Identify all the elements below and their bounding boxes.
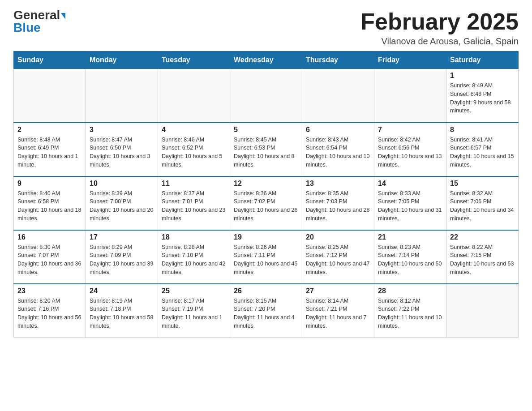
day-number: 17 [90,233,154,241]
day-number: 13 [306,180,370,188]
calendar-body: 1Sunrise: 8:49 AM Sunset: 6:48 PM Daylig… [14,69,519,338]
calendar-week-5: 23Sunrise: 8:20 AM Sunset: 7:16 PM Dayli… [14,284,519,338]
day-info: Sunrise: 8:40 AM Sunset: 6:58 PM Dayligh… [17,189,82,223]
day-info: Sunrise: 8:46 AM Sunset: 6:52 PM Dayligh… [162,136,226,169]
calendar-cell: 16Sunrise: 8:30 AM Sunset: 7:07 PM Dayli… [14,230,86,284]
calendar-cell: 20Sunrise: 8:25 AM Sunset: 7:12 PM Dayli… [302,230,374,284]
calendar-cell [446,284,519,338]
day-number: 18 [162,233,226,241]
logo-general: General [13,8,60,22]
day-info: Sunrise: 8:19 AM Sunset: 7:18 PM Dayligh… [90,297,154,330]
day-number: 4 [162,126,226,134]
day-info: Sunrise: 8:37 AM Sunset: 7:01 PM Dayligh… [162,189,226,223]
calendar-week-4: 16Sunrise: 8:30 AM Sunset: 7:07 PM Dayli… [14,230,519,284]
day-info: Sunrise: 8:26 AM Sunset: 7:11 PM Dayligh… [234,243,298,277]
calendar-cell: 26Sunrise: 8:15 AM Sunset: 7:20 PM Dayli… [230,284,302,338]
day-info: Sunrise: 8:47 AM Sunset: 6:50 PM Dayligh… [90,136,154,169]
page-header: General Blue February 2025 Vilanova de A… [13,9,519,47]
day-number: 15 [450,180,515,188]
day-number: 6 [306,126,370,134]
day-info: Sunrise: 8:45 AM Sunset: 6:53 PM Dayligh… [234,136,298,169]
calendar-cell: 25Sunrise: 8:17 AM Sunset: 7:19 PM Dayli… [158,284,230,338]
calendar-week-2: 2Sunrise: 8:48 AM Sunset: 6:49 PM Daylig… [14,123,519,176]
day-number: 14 [378,180,442,188]
day-info: Sunrise: 8:41 AM Sunset: 6:57 PM Dayligh… [450,136,515,169]
calendar-header: SundayMondayTuesdayWednesdayThursdayFrid… [14,51,519,69]
day-number: 9 [17,180,82,188]
day-number: 21 [378,233,442,241]
day-info: Sunrise: 8:25 AM Sunset: 7:12 PM Dayligh… [306,243,370,277]
day-info: Sunrise: 8:30 AM Sunset: 7:07 PM Dayligh… [17,243,82,277]
calendar-cell: 7Sunrise: 8:42 AM Sunset: 6:56 PM Daylig… [374,123,446,176]
calendar-cell: 28Sunrise: 8:12 AM Sunset: 7:22 PM Dayli… [374,284,446,338]
day-number: 28 [378,287,442,295]
day-info: Sunrise: 8:49 AM Sunset: 6:48 PM Dayligh… [450,81,515,115]
calendar-cell: 23Sunrise: 8:20 AM Sunset: 7:16 PM Dayli… [14,284,86,338]
calendar-cell: 5Sunrise: 8:45 AM Sunset: 6:53 PM Daylig… [230,123,302,176]
calendar-cell: 9Sunrise: 8:40 AM Sunset: 6:58 PM Daylig… [14,176,86,230]
day-number: 11 [162,180,226,188]
day-info: Sunrise: 8:42 AM Sunset: 6:56 PM Dayligh… [378,136,442,169]
calendar-cell: 21Sunrise: 8:23 AM Sunset: 7:14 PM Dayli… [374,230,446,284]
day-number: 23 [17,287,82,295]
calendar-week-1: 1Sunrise: 8:49 AM Sunset: 6:48 PM Daylig… [14,69,519,123]
calendar-cell: 3Sunrise: 8:47 AM Sunset: 6:50 PM Daylig… [86,123,158,176]
day-info: Sunrise: 8:20 AM Sunset: 7:16 PM Dayligh… [17,297,82,330]
day-info: Sunrise: 8:22 AM Sunset: 7:15 PM Dayligh… [450,243,515,277]
logo-blue: Blue [13,21,41,34]
day-info: Sunrise: 8:15 AM Sunset: 7:20 PM Dayligh… [234,297,298,330]
day-number: 3 [90,126,154,134]
day-number: 22 [450,233,515,241]
day-info: Sunrise: 8:29 AM Sunset: 7:09 PM Dayligh… [90,243,154,277]
calendar-cell [86,69,158,123]
weekday-tuesday: Tuesday [158,51,230,69]
calendar-table: SundayMondayTuesdayWednesdayThursdayFrid… [13,51,519,338]
day-info: Sunrise: 8:17 AM Sunset: 7:19 PM Dayligh… [162,297,226,330]
weekday-saturday: Saturday [446,51,519,69]
calendar-cell: 17Sunrise: 8:29 AM Sunset: 7:09 PM Dayli… [86,230,158,284]
calendar-cell: 10Sunrise: 8:39 AM Sunset: 7:00 PM Dayli… [86,176,158,230]
calendar-cell [14,69,86,123]
calendar-cell: 1Sunrise: 8:49 AM Sunset: 6:48 PM Daylig… [446,69,519,123]
day-number: 2 [17,126,82,134]
day-number: 10 [90,180,154,188]
day-info: Sunrise: 8:14 AM Sunset: 7:21 PM Dayligh… [306,297,370,330]
calendar-cell: 15Sunrise: 8:32 AM Sunset: 7:06 PM Dayli… [446,176,519,230]
title-block: February 2025 Vilanova de Arousa, Galici… [360,9,519,47]
calendar-cell: 13Sunrise: 8:35 AM Sunset: 7:03 PM Dayli… [302,176,374,230]
day-info: Sunrise: 8:36 AM Sunset: 7:02 PM Dayligh… [234,189,298,223]
day-number: 16 [17,233,82,241]
day-info: Sunrise: 8:48 AM Sunset: 6:49 PM Dayligh… [17,136,82,169]
calendar-cell [230,69,302,123]
day-info: Sunrise: 8:35 AM Sunset: 7:03 PM Dayligh… [306,189,370,223]
weekday-header-row: SundayMondayTuesdayWednesdayThursdayFrid… [14,51,519,69]
calendar-cell: 6Sunrise: 8:43 AM Sunset: 6:54 PM Daylig… [302,123,374,176]
calendar-cell: 27Sunrise: 8:14 AM Sunset: 7:21 PM Dayli… [302,284,374,338]
calendar-cell [158,69,230,123]
day-number: 5 [234,126,298,134]
day-number: 25 [162,287,226,295]
calendar-cell: 22Sunrise: 8:22 AM Sunset: 7:15 PM Dayli… [446,230,519,284]
day-info: Sunrise: 8:43 AM Sunset: 6:54 PM Dayligh… [306,136,370,169]
calendar-subtitle: Vilanova de Arousa, Galicia, Spain [360,36,519,47]
logo: General Blue [13,9,65,34]
day-info: Sunrise: 8:12 AM Sunset: 7:22 PM Dayligh… [378,297,442,330]
day-info: Sunrise: 8:39 AM Sunset: 7:00 PM Dayligh… [90,189,154,223]
day-number: 19 [234,233,298,241]
day-number: 7 [378,126,442,134]
day-number: 20 [306,233,370,241]
day-number: 24 [90,287,154,295]
day-info: Sunrise: 8:32 AM Sunset: 7:06 PM Dayligh… [450,189,515,223]
weekday-sunday: Sunday [14,51,86,69]
calendar-cell: 12Sunrise: 8:36 AM Sunset: 7:02 PM Dayli… [230,176,302,230]
day-info: Sunrise: 8:33 AM Sunset: 7:05 PM Dayligh… [378,189,442,223]
calendar-cell [374,69,446,123]
calendar-week-3: 9Sunrise: 8:40 AM Sunset: 6:58 PM Daylig… [14,176,519,230]
calendar-cell [302,69,374,123]
calendar-cell: 14Sunrise: 8:33 AM Sunset: 7:05 PM Dayli… [374,176,446,230]
logo-triangle-icon [61,13,65,19]
day-number: 1 [450,72,515,80]
day-number: 8 [450,126,515,134]
calendar-title: February 2025 [360,9,519,34]
calendar-cell: 19Sunrise: 8:26 AM Sunset: 7:11 PM Dayli… [230,230,302,284]
